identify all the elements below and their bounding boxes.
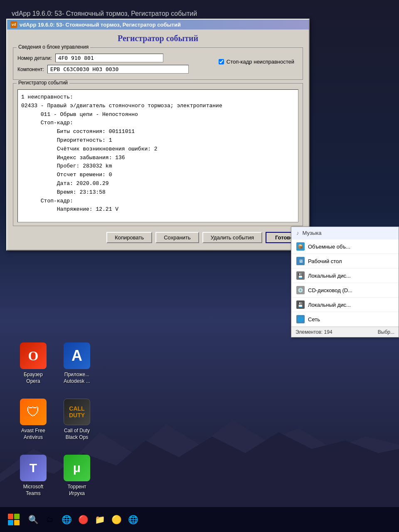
context-menu: ♪ Музыка 📦 Объемные объ... 🖥 Рабочий сто… [291, 227, 399, 337]
taskbar-explorer[interactable]: 📁 [92, 512, 107, 527]
event-log-line: Стоп-кадр: [21, 197, 295, 206]
copy-button[interactable]: Копировать [106, 232, 152, 243]
os-window-title: vdApp 19.6.0: 53- Стояночный тормоз, Рег… [8, 8, 399, 19]
context-item-desktop[interactable]: 🖥 Рабочий стол [291, 254, 399, 268]
desktop: vdApp 19.6.0: 53- Стояночный тормоз, Рег… [0, 0, 399, 532]
taskbar-edge[interactable]: 🌐 [59, 512, 74, 527]
volumes-icon: 📦 [296, 242, 305, 251]
delete-button[interactable]: Удалить события [202, 232, 262, 243]
event-log-line: 011 - Обрыв цепи - Непостоянно [21, 111, 295, 119]
window-body: Регистратор событий Сведения о блоке упр… [7, 30, 309, 250]
desktop-icon-cod[interactable]: CALLDUTY Call of DutyBlack Ops [56, 393, 98, 447]
autodesk-label: Приложе...Autodesk ... [64, 372, 90, 384]
stopframe-checkbox-row: Стоп-кадр неисправностей [219, 59, 294, 65]
taskbar-yellow-icon[interactable]: 🟡 [109, 512, 124, 527]
context-count: Элементов: 194 [296, 329, 332, 335]
taskbar-red-icon[interactable]: 🔴 [76, 512, 91, 527]
event-log-line: Отсчет времени: 0 [21, 171, 295, 180]
info-group-label: Сведения о блоке управления [17, 44, 90, 50]
context-item-network[interactable]: 🌐 Сеть [291, 312, 399, 327]
dialog-title: Регистратор событий [13, 34, 303, 43]
event-log-line: Пробег: 283032 km [21, 162, 295, 171]
start-button[interactable] [3, 510, 24, 529]
event-log-line: Стоп-кадр: [21, 119, 295, 128]
globe-icon: 🌐 [128, 515, 138, 525]
cod-icon: CALLDUTY [64, 399, 90, 425]
context-item-volumes[interactable]: 📦 Объемные объ... [291, 239, 399, 254]
context-item-local1[interactable]: 💾 Локальный дис... [291, 268, 399, 283]
autodesk-icon: A [64, 342, 90, 369]
opera-icon: O [20, 342, 47, 369]
window-titlebar: vd vdApp 19.6.0: 53- Стояночный тормоз, … [7, 20, 309, 30]
context-item-cd[interactable]: 💿 CD-дисковод (D... [291, 283, 399, 298]
taskbar-globe-icon[interactable]: 🌐 [126, 512, 140, 527]
cod-label: Call of DutyBlack Ops [64, 428, 90, 441]
desktop-icons-area: O БраузерOpera A Приложе...Autodesk ... … [12, 337, 98, 503]
event-log-line: Счётчик возникновения ошибки: 2 [21, 145, 295, 154]
context-local2-label: Локальный дис... [308, 302, 351, 308]
context-volumes-label: Объемные объ... [308, 244, 350, 250]
torrent-label: ТоррентИгруха [67, 484, 86, 497]
stopframe-label: Стоп-кадр неисправностей [227, 59, 294, 65]
avast-icon: 🛡 [20, 399, 47, 425]
avast-label: Avast FreeAntivirus [21, 428, 45, 441]
event-log-line: Дата: 2020.08.29 [21, 180, 295, 188]
start-icon [8, 514, 20, 525]
context-item-music-icon: ♪ [296, 230, 299, 236]
opera-label: БраузерOpera [24, 372, 43, 384]
part-number-value: 4F0 910 801 [55, 54, 163, 62]
context-desktop-label: Рабочий стол [308, 258, 342, 264]
explorer-icon: 📁 [95, 515, 105, 525]
info-group: Сведения о блоке управления Стоп-кадр не… [13, 47, 303, 80]
stopframe-checkbox[interactable] [219, 59, 224, 64]
red-app-icon: 🔴 [78, 515, 89, 525]
event-log-line: Биты состояния: 00111011 [21, 128, 295, 136]
taskview-icon: 🗂 [46, 515, 54, 524]
event-log-line: Приоритетность: 1 [21, 136, 295, 145]
desktop-icon-torrent[interactable]: μ ТоррентИгруха [56, 449, 98, 503]
desktop-icon-avast[interactable]: 🛡 Avast FreeAntivirus [12, 393, 54, 447]
part-number-label: Номер детали: [17, 55, 52, 61]
taskbar: 🔍 🗂 🌐 🔴 📁 🟡 🌐 [0, 507, 399, 532]
search-icon: 🔍 [28, 515, 39, 525]
component-value: EPB C63C0030 H03 0030 [47, 65, 189, 74]
event-log-line: Напряжение: 12.21 V [21, 205, 295, 214]
vdapp-window: vd vdApp 19.6.0: 53- Стояночный тормоз, … [6, 19, 310, 251]
event-log-line: Индекс забывания: 136 [21, 154, 295, 163]
desktop-icon-autodesk[interactable]: A Приложе...Autodesk ... [56, 337, 98, 391]
desktop-icon-opera[interactable]: O БраузерOpera [12, 337, 54, 391]
edge-icon: 🌐 [62, 515, 72, 525]
taskbar-taskview[interactable]: 🗂 [42, 512, 57, 527]
event-log-label: Регистратор событий [17, 80, 69, 86]
torrent-icon: μ [64, 455, 90, 481]
cd-drive-icon: 💿 [296, 286, 305, 294]
component-row: Компонент: EPB C63C0030 H03 0030 [17, 65, 298, 74]
context-local1-label: Локальный дис... [308, 273, 351, 279]
event-log-line: 1 неисправность: [21, 93, 295, 102]
component-label: Компонент: [17, 66, 44, 72]
event-log-line: 02433 - Правый э/двигатель стояночного т… [21, 102, 295, 111]
context-item-local2[interactable]: 💾 Локальный дис... [291, 298, 399, 312]
taskbar-search[interactable]: 🔍 [26, 512, 41, 527]
yellow-app-icon: 🟡 [111, 515, 122, 525]
event-log-group: Регистратор событий 1 неисправность:0243… [13, 83, 303, 226]
save-button[interactable]: Сохранить [155, 232, 199, 243]
desktop-icon-ctx: 🖥 [296, 257, 305, 265]
local-disk1-icon: 💾 [296, 271, 305, 280]
context-item-music[interactable]: ♪ Музыка [291, 227, 399, 239]
context-network-label: Сеть [308, 316, 320, 323]
teams-icon: T [20, 455, 47, 481]
local-disk2-icon: 💾 [296, 300, 305, 309]
context-selected: Выбр... [378, 329, 394, 335]
context-footer: Элементов: 194 Выбр... [291, 327, 399, 337]
event-log-body[interactable]: 1 неисправность:02433 - Правый э/двигате… [17, 89, 298, 222]
teams-label: MicrosoftTeams [23, 484, 44, 497]
buttons-row: Копировать Сохранить Удалить события Гот… [13, 230, 303, 246]
event-log-line: Время: 23:13:58 [21, 188, 295, 197]
desktop-icon-teams[interactable]: T MicrosoftTeams [12, 449, 54, 503]
window-app-icon: vd [10, 21, 17, 28]
network-icon: 🌐 [296, 315, 305, 323]
context-cd-label: CD-дисковод (D... [308, 287, 352, 293]
